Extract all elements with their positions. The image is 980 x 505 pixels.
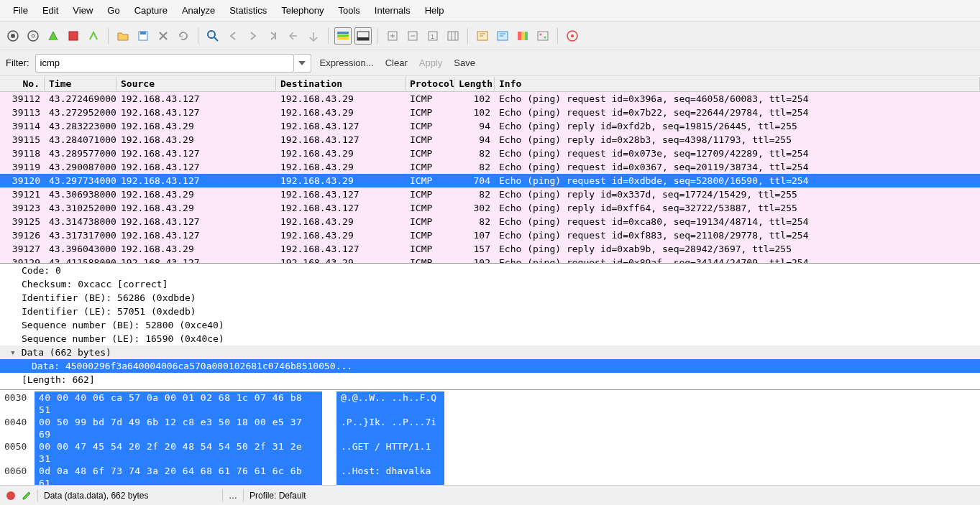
status-separator: [243, 489, 244, 502]
zoom-in-icon[interactable]: [384, 27, 401, 45]
edit-icon[interactable]: [22, 491, 32, 501]
column-time[interactable]: Time: [45, 77, 116, 91]
svg-rect-25: [525, 32, 528, 40]
preferences-icon[interactable]: [534, 27, 551, 45]
expression-button[interactable]: Expression...: [317, 56, 377, 70]
menu-go[interactable]: Go: [100, 2, 127, 19]
menu-tools[interactable]: Tools: [331, 2, 367, 19]
svg-rect-11: [337, 37, 349, 40]
resize-columns-icon[interactable]: [444, 27, 462, 45]
go-back-icon[interactable]: [224, 27, 242, 45]
start-capture-icon[interactable]: [45, 27, 62, 45]
detail-line[interactable]: Code: 0: [0, 264, 980, 277]
stop-capture-icon[interactable]: [65, 27, 82, 45]
packet-row[interactable]: 3912643.317317000192.168.43.127192.168.4…: [0, 228, 980, 242]
toolbar-separator: [108, 28, 109, 44]
detail-line[interactable]: Sequence number (LE): 16590 (0x40ce): [0, 332, 980, 346]
detail-line[interactable]: Data (662 bytes): [0, 346, 980, 359]
column-protocol[interactable]: Protocol: [406, 77, 454, 91]
help-icon[interactable]: [564, 27, 581, 45]
packet-row[interactable]: 3912143.306938000192.168.43.29192.168.43…: [0, 187, 980, 201]
column-no[interactable]: No.: [0, 77, 45, 91]
packet-bytes-pane[interactable]: 003040 00 40 06 ca 57 0a 00 01 02 68 1c …: [0, 390, 980, 485]
svg-rect-23: [518, 32, 521, 40]
status-profile[interactable]: Profile: Default: [249, 491, 306, 501]
packet-row[interactable]: 3911843.289577000192.168.43.127192.168.4…: [0, 147, 980, 160]
packet-rows[interactable]: 3911243.272469000192.168.43.127192.168.4…: [0, 92, 980, 263]
column-source[interactable]: Source: [116, 77, 276, 91]
svg-point-1: [11, 34, 15, 38]
auto-scroll-icon[interactable]: [354, 27, 372, 45]
find-icon[interactable]: [204, 27, 221, 45]
menubar: FileEditViewGoCaptureAnalyzeStatisticsTe…: [0, 0, 980, 22]
options-icon[interactable]: [24, 27, 42, 45]
packet-row[interactable]: 3911943.290087000192.168.43.127192.168.4…: [0, 160, 980, 174]
coloring-rules-icon[interactable]: [514, 27, 531, 45]
hex-row[interactable]: 004000 50 99 bd 7d 49 6b 12 c8 e3 50 18 …: [0, 416, 980, 440]
menu-file[interactable]: File: [6, 2, 35, 19]
detail-line[interactable]: Data: 45000296f3a640004006ca570a00010268…: [0, 359, 980, 373]
column-info[interactable]: Info: [495, 77, 980, 91]
menu-help[interactable]: Help: [418, 2, 452, 19]
hex-row[interactable]: 003040 00 40 06 ca 57 0a 00 01 02 68 1c …: [0, 392, 980, 416]
svg-point-30: [571, 34, 574, 37]
go-last-icon[interactable]: [305, 27, 322, 45]
display-filters-icon[interactable]: [494, 27, 511, 45]
svg-rect-18: [448, 32, 458, 40]
menu-capture[interactable]: Capture: [127, 2, 175, 19]
menu-internals[interactable]: Internals: [367, 2, 418, 19]
save-file-icon[interactable]: [134, 27, 152, 45]
close-file-icon[interactable]: [155, 27, 172, 45]
hex-row[interactable]: 00600d 0a 48 6f 73 74 3a 20 64 68 61 76 …: [0, 465, 980, 485]
apply-button[interactable]: Apply: [416, 56, 446, 70]
svg-text:1: 1: [431, 33, 434, 40]
open-file-icon[interactable]: [114, 27, 132, 45]
column-destination[interactable]: Destination: [276, 77, 406, 91]
packet-row[interactable]: 3911443.283223000192.168.43.29192.168.43…: [0, 119, 980, 133]
column-length[interactable]: Length: [454, 77, 495, 91]
packet-row[interactable]: 3911243.272469000192.168.43.127192.168.4…: [0, 92, 980, 106]
expert-info-icon[interactable]: [6, 491, 16, 501]
zoom-reset-icon[interactable]: 1: [424, 27, 441, 45]
packet-row[interactable]: 3911343.272952000192.168.43.127192.168.4…: [0, 106, 980, 119]
packet-row[interactable]: 3912743.396043000192.168.43.29192.168.43…: [0, 242, 980, 256]
packet-row[interactable]: 3912543.314738000192.168.43.127192.168.4…: [0, 215, 980, 228]
menu-statistics[interactable]: Statistics: [222, 2, 274, 19]
clear-button[interactable]: Clear: [383, 56, 411, 70]
menu-edit[interactable]: Edit: [35, 2, 65, 19]
colorize-icon[interactable]: [334, 27, 352, 45]
filter-dropdown-icon[interactable]: [294, 54, 311, 73]
go-first-icon[interactable]: [285, 27, 302, 45]
filter-input[interactable]: [35, 54, 294, 73]
packet-details-pane[interactable]: Code: 0Checksum: 0xcacc [correct]Identif…: [0, 264, 980, 390]
packet-list-header[interactable]: No. Time Source Destination Protocol Len…: [0, 76, 980, 92]
go-to-icon[interactable]: [265, 27, 282, 45]
packet-row[interactable]: 3912343.310252000192.168.43.29192.168.43…: [0, 201, 980, 215]
save-filter-button[interactable]: Save: [451, 56, 478, 70]
svg-rect-24: [521, 32, 525, 40]
go-forward-icon[interactable]: [244, 27, 262, 45]
detail-line[interactable]: Identifier (LE): 57051 (0xdedb): [0, 305, 980, 318]
detail-line[interactable]: Identifier (BE): 56286 (0xdbde): [0, 291, 980, 305]
hex-row[interactable]: 005000 00 47 45 54 20 2f 20 48 54 54 50 …: [0, 440, 980, 465]
svg-rect-26: [538, 32, 548, 40]
detail-line[interactable]: [Length: 662]: [0, 373, 980, 386]
detail-line[interactable]: Sequence number (BE): 52800 (0xce40): [0, 318, 980, 332]
reload-icon[interactable]: [175, 27, 192, 45]
menu-analyze[interactable]: Analyze: [175, 2, 222, 19]
zoom-out-icon[interactable]: [404, 27, 421, 45]
packet-row[interactable]: 3912943.411588000192.168.43.127192.168.4…: [0, 256, 980, 263]
restart-capture-icon[interactable]: [85, 27, 102, 45]
svg-point-3: [32, 34, 35, 37]
status-more[interactable]: …: [229, 491, 237, 501]
toolbar-separator: [328, 28, 329, 44]
packet-list-pane: No. Time Source Destination Protocol Len…: [0, 76, 980, 264]
menu-view[interactable]: View: [65, 2, 100, 19]
packet-row[interactable]: 3911543.284071000192.168.43.29192.168.43…: [0, 133, 980, 147]
packet-row[interactable]: 3912043.297734000192.168.43.127192.168.4…: [0, 174, 980, 187]
detail-line[interactable]: Checksum: 0xcacc [correct]: [0, 277, 980, 291]
capture-filters-icon[interactable]: [474, 27, 491, 45]
filter-toolbar: Filter: Expression... Clear Apply Save: [0, 50, 980, 76]
interfaces-icon[interactable]: [4, 27, 22, 45]
menu-telephony[interactable]: Telephony: [274, 2, 331, 19]
